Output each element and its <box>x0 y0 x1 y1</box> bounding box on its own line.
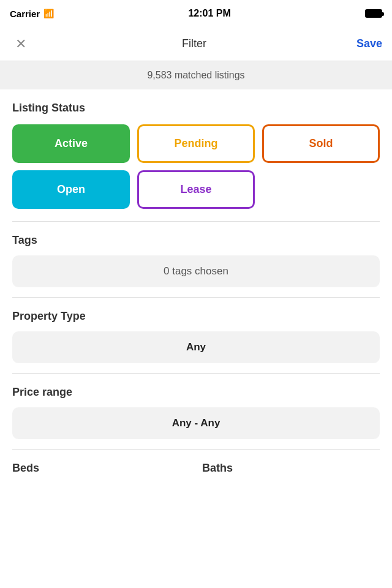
property-type-section: Property Type Any <box>0 298 392 373</box>
carrier-info: Carrier 📶 <box>10 9 54 19</box>
battery-container <box>365 9 382 18</box>
status-lease-button[interactable]: Lease <box>137 170 255 209</box>
listing-status-grid-row1: Active Pending Sold <box>12 124 380 163</box>
status-open-button[interactable]: Open <box>12 170 130 209</box>
listing-status-title: Listing Status <box>12 102 380 115</box>
listing-status-section: Listing Status Active Pending Sold Open … <box>0 89 392 209</box>
nav-title: Filter <box>182 37 206 50</box>
price-range-picker[interactable]: Any - Any <box>12 407 380 439</box>
status-bar: Carrier 📶 12:01 PM <box>0 0 392 27</box>
tags-section: Tags 0 tags chosen <box>0 222 392 297</box>
listing-status-grid-row2: Open Lease <box>12 170 380 209</box>
match-count: 9,583 matched listings <box>147 70 244 80</box>
property-type-picker[interactable]: Any <box>12 331 380 363</box>
status-sold-button[interactable]: Sold <box>262 124 380 163</box>
baths-section: Baths <box>202 462 380 475</box>
baths-title: Baths <box>202 462 380 475</box>
carrier-label: Carrier <box>10 9 40 19</box>
wifi-icon: 📶 <box>43 9 54 18</box>
tags-title: Tags <box>12 234 380 247</box>
beds-section: Beds <box>12 462 190 475</box>
save-button[interactable]: Save <box>356 37 382 50</box>
status-pending-button[interactable]: Pending <box>137 124 255 163</box>
tags-picker[interactable]: 0 tags chosen <box>12 255 380 287</box>
time-display: 12:01 PM <box>188 8 230 19</box>
beds-baths-row: Beds Baths <box>0 450 392 481</box>
price-range-section: Price range Any - Any <box>0 374 392 449</box>
status-active-button[interactable]: Active <box>12 124 130 163</box>
battery-icon <box>365 9 382 18</box>
close-button[interactable]: ✕ <box>10 33 32 55</box>
nav-bar: ✕ Filter Save <box>0 27 392 61</box>
match-banner: 9,583 matched listings <box>0 61 392 89</box>
beds-title: Beds <box>12 462 190 475</box>
price-range-title: Price range <box>12 386 380 399</box>
property-type-title: Property Type <box>12 310 380 323</box>
